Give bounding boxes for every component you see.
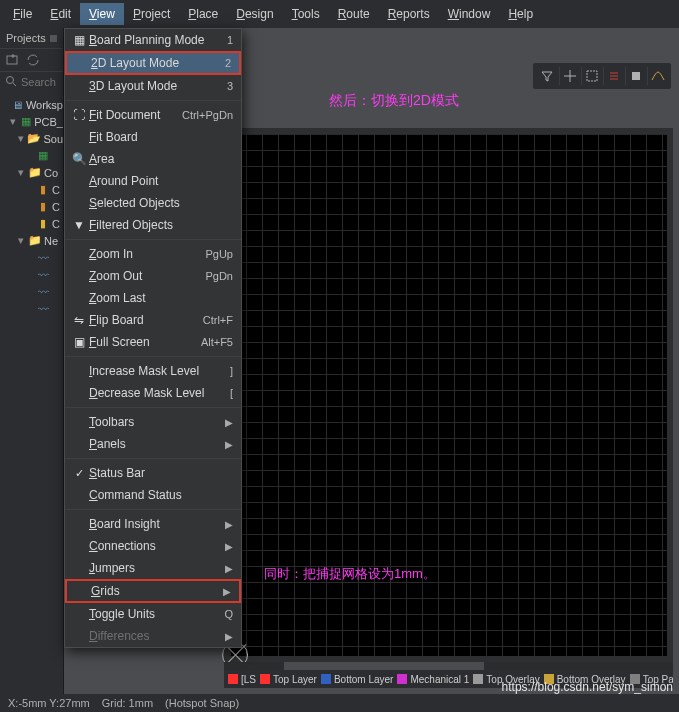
menu-view[interactable]: View <box>80 3 124 25</box>
align-icon[interactable] <box>603 67 623 85</box>
menu-item-toolbars[interactable]: Toolbars▶ <box>65 411 241 433</box>
chevron-right-icon: ▶ <box>225 417 233 428</box>
scrollbar-thumb[interactable] <box>284 662 484 670</box>
projects-header[interactable]: Projects <box>0 28 63 49</box>
tree-row[interactable]: ▾📁Ne <box>0 232 63 249</box>
tree-row[interactable]: 🖥Worksp <box>0 96 63 113</box>
flip-icon: ⇋ <box>74 313 84 327</box>
menu-item-zoom-out[interactable]: Zoom OutPgDn <box>65 265 241 287</box>
layer-tab[interactable]: Bottom Layer <box>321 674 393 685</box>
crosshair-icon[interactable] <box>559 67 579 85</box>
menu-reports[interactable]: Reports <box>379 3 439 25</box>
menu-item-board-insight[interactable]: Board Insight▶ <box>65 513 241 535</box>
menu-item-selected-objects[interactable]: Selected Objects <box>65 192 241 214</box>
tree-row[interactable]: 〰 <box>0 283 63 300</box>
svg-rect-2 <box>587 71 597 81</box>
menu-item-status-bar[interactable]: ✓Status Bar <box>65 462 241 484</box>
route-icon[interactable] <box>647 67 667 85</box>
status-snap: (Hotspot Snap) <box>165 697 239 709</box>
menu-item-jumpers[interactable]: Jumpers▶ <box>65 557 241 579</box>
filter-icon[interactable] <box>537 67 557 85</box>
menu-item-command-status[interactable]: Command Status <box>65 484 241 506</box>
menu-edit[interactable]: Edit <box>41 3 80 25</box>
layer-swatch <box>260 674 270 684</box>
menu-item-zoom-in[interactable]: Zoom InPgUp <box>65 243 241 265</box>
projects-toolbar <box>0 49 63 72</box>
tree-row[interactable]: 〰 <box>0 300 63 317</box>
menu-separator <box>65 239 241 240</box>
fit-icon: ⛶ <box>73 108 85 122</box>
tree-row[interactable]: ▾📁Co <box>0 164 63 181</box>
project-add-icon[interactable] <box>5 52 21 68</box>
menu-project[interactable]: Project <box>124 3 179 25</box>
menu-item-area[interactable]: 🔍Area <box>65 148 241 170</box>
tree-row[interactable]: ▮C <box>0 198 63 215</box>
menu-item-flip-board[interactable]: ⇋Flip BoardCtrl+F <box>65 309 241 331</box>
menu-item-connections[interactable]: Connections▶ <box>65 535 241 557</box>
annotation-2: 同时：把捕捉网格设为1mm。 <box>264 565 436 583</box>
annotation-1: 然后：切换到2D模式 <box>329 92 459 110</box>
menu-tools[interactable]: Tools <box>283 3 329 25</box>
menu-item-panels[interactable]: Panels▶ <box>65 433 241 455</box>
menu-separator <box>65 509 241 510</box>
menu-item-zoom-last[interactable]: Zoom Last <box>65 287 241 309</box>
area-icon: 🔍 <box>72 152 87 166</box>
menu-item-grids[interactable]: Grids▶ <box>65 579 241 603</box>
menu-place[interactable]: Place <box>179 3 227 25</box>
menu-separator <box>65 458 241 459</box>
tree-row[interactable]: ▮C <box>0 215 63 232</box>
layer-swatch <box>397 674 407 684</box>
status-coords: X:-5mm Y:27mm <box>8 697 90 709</box>
panel-options-icon[interactable] <box>50 35 57 42</box>
menubar: FileEditViewProjectPlaceDesignToolsRoute… <box>0 0 679 28</box>
menu-item-increase-mask-level[interactable]: Increase Mask Level] <box>65 360 241 382</box>
watermark: https://blog.csdn.net/sym_simon <box>502 680 673 694</box>
refresh-icon[interactable] <box>25 52 41 68</box>
layer-tab[interactable]: Mechanical 1 <box>397 674 469 685</box>
menu-item-around-point[interactable]: Around Point <box>65 170 241 192</box>
tree-row[interactable]: ▾📂Sou <box>0 130 63 147</box>
menu-item-toggle-units[interactable]: Toggle UnitsQ <box>65 603 241 625</box>
tree-row[interactable]: ▦ <box>0 147 63 164</box>
menu-window[interactable]: Window <box>439 3 500 25</box>
statusbar: X:-5mm Y:27mm Grid: 1mm (Hotspot Snap) <box>0 694 679 712</box>
chevron-right-icon: ▶ <box>223 586 231 597</box>
menu-design[interactable]: Design <box>227 3 282 25</box>
menu-separator <box>65 407 241 408</box>
tree-row[interactable]: ▾▦PCB_ <box>0 113 63 130</box>
layer-tab[interactable]: Top Layer <box>260 674 317 685</box>
menu-item-3d-layout-mode[interactable]: 3D Layout Mode3 <box>65 75 241 97</box>
chevron-right-icon: ▶ <box>225 631 233 642</box>
chevron-right-icon: ▶ <box>225 563 233 574</box>
menu-item-filtered-objects[interactable]: ▼Filtered Objects <box>65 214 241 236</box>
menu-item-full-screen[interactable]: ▣Full ScreenAlt+F5 <box>65 331 241 353</box>
menu-separator <box>65 100 241 101</box>
projects-search[interactable] <box>0 72 63 92</box>
view-menu-dropdown: ▦Board Planning Mode12D Layout Mode23D L… <box>64 28 242 648</box>
search-input[interactable] <box>21 76 59 88</box>
tree-row[interactable]: 〰 <box>0 266 63 283</box>
status-grid: Grid: 1mm <box>102 697 153 709</box>
workspace-toolbar <box>533 63 671 89</box>
menu-help[interactable]: Help <box>499 3 542 25</box>
svg-point-1 <box>7 77 14 84</box>
tree-row[interactable]: ▮C <box>0 181 63 198</box>
projects-title: Projects <box>6 32 46 44</box>
select-icon[interactable] <box>581 67 601 85</box>
horizontal-scrollbar[interactable] <box>224 662 673 670</box>
menu-route[interactable]: Route <box>329 3 379 25</box>
menu-item-fit-board[interactable]: Fit Board <box>65 126 241 148</box>
layer-swatch <box>473 674 483 684</box>
menu-item-2d-layout-mode[interactable]: 2D Layout Mode2 <box>65 51 241 75</box>
layer-tab[interactable]: [LS <box>228 674 256 685</box>
layers-icon[interactable] <box>625 67 645 85</box>
tree-row[interactable]: 〰 <box>0 249 63 266</box>
check-icon: ✓ <box>75 467 84 480</box>
menu-item-decrease-mask-level[interactable]: Decrease Mask Level[ <box>65 382 241 404</box>
menu-item-fit-document[interactable]: ⛶Fit DocumentCtrl+PgDn <box>65 104 241 126</box>
projects-tree: 🖥Worksp▾▦PCB_▾📂Sou▦▾📁Co▮C▮C▮C▾📁Ne〰〰〰〰 <box>0 92 63 317</box>
menu-file[interactable]: File <box>4 3 41 25</box>
menu-item-board-planning-mode[interactable]: ▦Board Planning Mode1 <box>65 29 241 51</box>
svg-rect-0 <box>7 56 17 64</box>
projects-panel: Projects 🖥Worksp▾▦PCB_▾📂Sou▦▾📁Co▮C▮C▮C▾📁… <box>0 28 64 694</box>
